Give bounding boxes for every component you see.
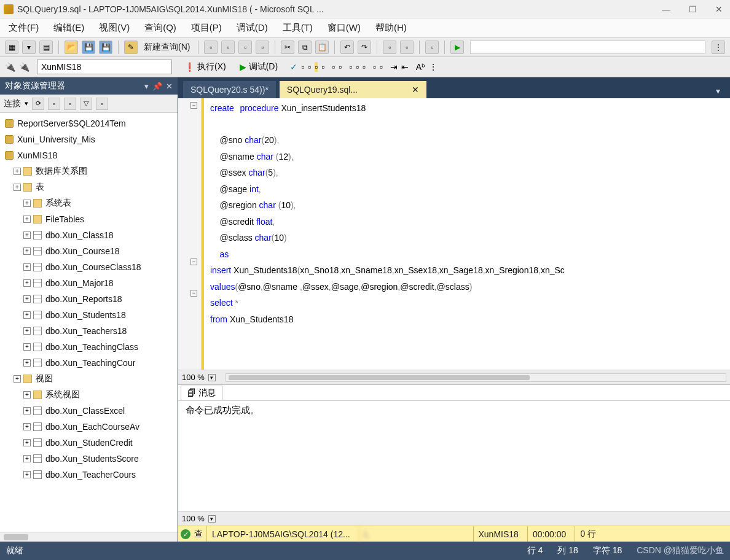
refresh-icon[interactable]: ⟳	[32, 98, 44, 110]
paste-icon[interactable]: 📋	[315, 41, 329, 54]
tab-overflow-icon[interactable]: ▾	[711, 84, 725, 98]
tb-icon-2[interactable]: ▫	[221, 41, 235, 54]
menu-tools[interactable]: 工具(T)	[280, 21, 315, 35]
tb2-icon-5[interactable]: ▫	[332, 62, 335, 72]
tree-node[interactable]: +dbo.Xun_Major18	[0, 275, 178, 291]
play-icon[interactable]: ▶	[450, 41, 464, 54]
tree-node[interactable]: +dbo.Xun_StudenCredit	[0, 435, 178, 451]
dropdown-icon[interactable]: ▾	[144, 82, 149, 91]
tree-node[interactable]: +FileTables	[0, 211, 178, 227]
redo-icon[interactable]: ↷	[358, 41, 371, 54]
indent-icon[interactable]: ⇥	[390, 62, 398, 72]
ct-icon-5[interactable]: ▫	[96, 98, 108, 110]
tree-node[interactable]: +dbo.Xun_Reports18	[0, 291, 178, 307]
connect-icon[interactable]: 🔌	[5, 62, 15, 72]
connect-label[interactable]: 连接	[4, 98, 21, 109]
tab-sqlquery19[interactable]: SQLQuery19.sql... ✕	[280, 81, 426, 98]
fold-icon[interactable]: −	[190, 102, 197, 109]
menu-window[interactable]: 窗口(W)	[325, 21, 363, 35]
object-explorer-tree[interactable]: ReportServer$SQL2014Tem Xuni_University_…	[0, 113, 178, 532]
menu-view[interactable]: 视图(V)	[96, 21, 132, 35]
tree-node[interactable]: +dbo.Xun_TeachingCour	[0, 355, 178, 371]
tb2-icon-3[interactable]: ▫	[315, 62, 318, 72]
code-content[interactable]: create procedure Xun_insertStudents18 @s…	[204, 98, 730, 370]
tab-sqlquery20[interactable]: SQLQuery20.s 54))*	[183, 81, 276, 98]
tb2-icon-4[interactable]: ▫	[321, 62, 324, 72]
new-icon[interactable]: ▦	[5, 41, 18, 54]
zoom-dropdown-icon[interactable]: ▾	[208, 374, 216, 381]
open-icon[interactable]: 📂	[65, 41, 78, 54]
tree-node[interactable]: +dbo.Xun_Teachers18	[0, 323, 178, 339]
ct-icon-2[interactable]: ▫	[48, 98, 60, 110]
tb-icon-3[interactable]: ▫	[238, 41, 252, 54]
tree-node[interactable]: +dbo.Xun_Course18	[0, 243, 178, 259]
undo-icon[interactable]: ↶	[340, 41, 354, 54]
tb2-icon-12[interactable]: Aᵇ	[416, 62, 425, 72]
dropdown-icon[interactable]: ▾	[22, 41, 36, 54]
overflow-icon[interactable]: ⋮	[712, 41, 725, 54]
overflow2-icon[interactable]: ⋮	[429, 62, 438, 72]
tb-icon-5[interactable]: ▫	[383, 41, 396, 54]
tb2-icon-11[interactable]: ▫	[380, 62, 383, 72]
tree-node[interactable]: +dbo.Xun_ClassExcel	[0, 403, 178, 419]
menu-query[interactable]: 查询(Q)	[142, 21, 179, 35]
tree-node[interactable]: +视图	[0, 371, 178, 387]
cut-icon[interactable]: ✂	[281, 41, 294, 54]
zoom-value[interactable]: 100 %	[182, 514, 205, 523]
grid-icon[interactable]: ▤	[39, 41, 53, 54]
tree-node[interactable]: +dbo.Xun_Students18	[0, 307, 178, 323]
tb2-icon-10[interactable]: ▫	[373, 62, 376, 72]
disconnect-icon[interactable]: 🔌	[19, 62, 29, 72]
debug-button[interactable]: ▶调试(D)	[235, 60, 283, 74]
db-node[interactable]: XunMIS18	[0, 147, 178, 163]
tree-node[interactable]: +系统视图	[0, 387, 178, 403]
messages-tab[interactable]: 🗐消息	[181, 386, 222, 400]
tree-node[interactable]: +表	[0, 179, 178, 195]
tb-icon-1[interactable]: ▫	[204, 41, 218, 54]
db-node[interactable]: Xuni_University_Mis	[0, 131, 178, 147]
tb-icon-7[interactable]: ▫	[425, 41, 439, 54]
tb2-icon-1[interactable]: ▫	[301, 62, 304, 72]
saveall-icon[interactable]: 💾	[99, 41, 112, 54]
tree-node[interactable]: +dbo.Xun_CourseClass18	[0, 259, 178, 275]
menu-project[interactable]: 项目(P)	[189, 21, 224, 35]
copy-icon[interactable]: ⧉	[298, 41, 312, 54]
tb-icon-6[interactable]: ▫	[400, 41, 414, 54]
tree-node[interactable]: +dbo.Xun_EachCourseAv	[0, 419, 178, 435]
tree-node[interactable]: +系统表	[0, 195, 178, 211]
tb2-icon-9[interactable]: ▫	[363, 62, 366, 72]
tree-node[interactable]: +dbo.Xun_TeachingClass	[0, 339, 178, 355]
fold-icon[interactable]: −	[190, 290, 197, 297]
tb2-icon-6[interactable]: ▫	[339, 62, 342, 72]
db-node[interactable]: ReportServer$SQL2014Tem	[0, 115, 178, 131]
new-query-label[interactable]: 新建查询(N)	[141, 42, 192, 53]
filter-icon[interactable]: ▽	[80, 98, 92, 110]
execute-button[interactable]: ❗执行(X)	[179, 60, 231, 74]
minimize-button[interactable]: —	[658, 4, 674, 14]
tree-horizontal-scrollbar[interactable]	[0, 532, 178, 542]
database-select[interactable]	[37, 60, 172, 74]
tab-close-icon[interactable]: ✕	[412, 85, 419, 95]
tree-node[interactable]: +数据库关系图	[0, 163, 178, 179]
tree-node[interactable]: +dbo.Xun_Class18	[0, 227, 178, 243]
outdent-icon[interactable]: ⇤	[401, 62, 409, 72]
tree-node[interactable]: +dbo.Xun_TeacherCours	[0, 467, 178, 483]
tb2-icon-8[interactable]: ▫	[356, 62, 359, 72]
pin-icon[interactable]: 📌	[152, 82, 162, 91]
panel-close-icon[interactable]: ✕	[166, 82, 173, 91]
zoom-dropdown-icon[interactable]: ▾	[208, 515, 216, 523]
ct-icon-3[interactable]: ▫	[64, 98, 76, 110]
tree-node[interactable]: +dbo.Xun_StudentsScore	[0, 451, 178, 467]
new-query-icon[interactable]: ✎	[124, 41, 138, 54]
fold-icon[interactable]: −	[190, 259, 197, 265]
menu-debug[interactable]: 调试(D)	[234, 21, 270, 35]
editor-horizontal-scrollbar[interactable]	[226, 373, 726, 382]
zoom-value[interactable]: 100 %	[182, 373, 205, 382]
maximize-button[interactable]: ☐	[685, 4, 701, 14]
sql-editor[interactable]: − − − create procedure Xun_insertStudent…	[178, 98, 730, 370]
close-button[interactable]: ✕	[712, 4, 726, 14]
tb2-icon-2[interactable]: ▫	[308, 62, 311, 72]
tb2-icon-7[interactable]: ▫	[349, 62, 352, 72]
tb-icon-4[interactable]: ▫	[256, 41, 269, 54]
save-icon[interactable]: 💾	[82, 41, 95, 54]
